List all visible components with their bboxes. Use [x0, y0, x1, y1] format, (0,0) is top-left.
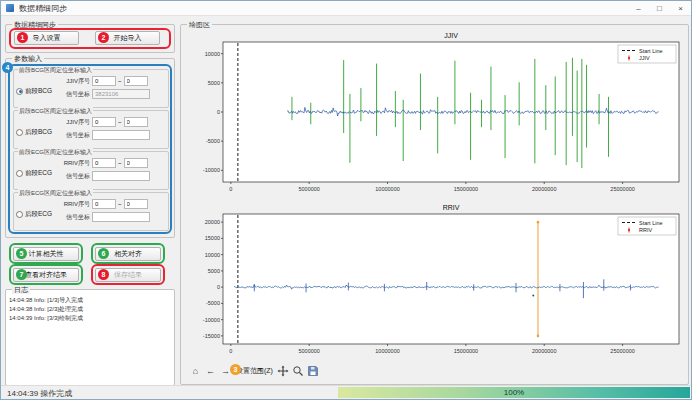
svg-text:0: 0 [217, 284, 220, 290]
svg-text:Start Line: Start Line [639, 220, 663, 226]
svg-text:Start Line: Start Line [639, 48, 663, 54]
seq-start-input[interactable] [92, 117, 116, 127]
progress-bar: 100% [338, 387, 690, 398]
app-icon [6, 4, 14, 12]
section-title: 前段BCG区间定位坐标输入 [18, 66, 93, 74]
annotation-badge-5: 5 [16, 248, 27, 259]
svg-text:-10000: -10000 [203, 317, 220, 323]
svg-text:25000000: 25000000 [610, 348, 634, 354]
plot-toolbar: ⌂ ← → 设置范围(Z) [189, 363, 320, 379]
section-title: 后段ECG区间定位坐标输入 [18, 189, 93, 197]
seq-start-input[interactable] [92, 158, 116, 168]
radio-label: 后段ECG [25, 210, 52, 219]
rriv-chart: RRIV-15000-10000-50000500010000150002000… [189, 201, 685, 359]
home-icon[interactable]: ⌂ [189, 364, 202, 378]
close-button[interactable]: × [670, 1, 691, 15]
section-front-bcg: 前段BCG区间定位坐标输入 前段BCG JJIV序号 ~ 信号坐标 [13, 69, 169, 108]
seq-end-input[interactable] [124, 199, 148, 209]
svg-text:JJIV: JJIV [444, 32, 458, 39]
jjiv-chart: JJIV-10000-50000500010000050000001000000… [189, 29, 685, 197]
annotation-badge-8: 8 [98, 269, 109, 280]
radio-icon[interactable] [16, 129, 23, 136]
range-separator: ~ [118, 160, 122, 166]
coord-input[interactable] [92, 130, 150, 140]
annotation-badge-3: 3 [230, 364, 241, 375]
svg-text:15000000: 15000000 [454, 186, 478, 192]
log-line: 14:04:38 Info: [2/3]处理完成 [9, 305, 171, 314]
svg-text:JJIV: JJIV [639, 55, 650, 61]
seq-label: RRIV序号 [60, 200, 90, 209]
range-separator: ~ [118, 78, 122, 84]
coord-input[interactable] [92, 171, 150, 181]
range-separator: ~ [118, 119, 122, 125]
svg-text:5000000: 5000000 [298, 186, 319, 192]
svg-text:0: 0 [229, 348, 232, 354]
status-bar: 14:04:39 操作完成 100% [1, 385, 691, 399]
seq-label: JJIV序号 [60, 77, 90, 86]
rear-ecg-radio[interactable]: 后段ECG [16, 199, 60, 229]
annotation-badge-2: 2 [98, 32, 109, 43]
import-group-title: 数据精细同步 [12, 20, 58, 29]
front-bcg-radio[interactable]: 前段BCG [16, 76, 60, 106]
svg-text:20000000: 20000000 [532, 348, 556, 354]
annotation-badge-4: 4 [2, 62, 13, 73]
svg-text:10000000: 10000000 [375, 186, 399, 192]
coord-label: 信号坐标 [60, 213, 90, 222]
annotation-badge-7: 7 [16, 269, 27, 280]
log-group-title: 日志 [12, 285, 30, 294]
svg-text:RRIV: RRIV [443, 204, 460, 211]
seq-start-input[interactable] [92, 76, 116, 86]
coord-label: 信号坐标 [60, 131, 90, 140]
svg-text:5000: 5000 [208, 268, 220, 274]
radio-label: 前段BCG [25, 87, 52, 96]
window-controls: – □ × [628, 1, 691, 15]
status-message: 14:04:39 操作完成 [7, 388, 72, 399]
svg-text:20000: 20000 [205, 219, 220, 225]
seq-label: RRIV序号 [60, 159, 90, 168]
log-line: 14:04:39 Info: [3/3]绘制完成 [9, 314, 171, 323]
section-front-ecg: 前段ECG区间定位坐标输入 前段ECG RRIV序号 ~ 信号坐标 [13, 151, 169, 190]
svg-text:-5000: -5000 [206, 138, 220, 144]
plot-group-title: 绘图区 [187, 20, 212, 29]
svg-text:15000: 15000 [205, 235, 220, 241]
radio-icon[interactable] [16, 88, 23, 95]
log-group: 日志 14:04:38 Info: [1/3]导入完成 14:04:38 Inf… [5, 289, 175, 386]
coord-label: 信号坐标 [60, 90, 90, 99]
annotation-badge-1: 1 [17, 32, 28, 43]
seq-start-input[interactable] [92, 199, 116, 209]
seq-end-input[interactable] [124, 158, 148, 168]
rear-bcg-radio[interactable]: 后段BCG [16, 117, 60, 147]
maximize-button[interactable]: □ [649, 1, 670, 15]
params-group-title: 参数输入 [12, 54, 44, 63]
svg-text:10000: 10000 [205, 51, 220, 57]
radio-icon[interactable] [16, 211, 23, 218]
seq-end-input[interactable] [124, 117, 148, 127]
section-rear-ecg: 后段ECG区间定位坐标输入 后段ECG RRIV序号 ~ 信号坐标 [13, 192, 169, 231]
coord-input[interactable] [92, 89, 150, 99]
radio-label: 前段ECG [25, 169, 52, 178]
minimize-button[interactable]: – [628, 1, 649, 15]
radio-icon[interactable] [16, 170, 23, 177]
svg-text:5000000: 5000000 [298, 348, 319, 354]
svg-text:-15000: -15000 [203, 333, 220, 339]
seq-end-input[interactable] [124, 76, 148, 86]
section-title: 后段BCG区间定位坐标输入 [18, 107, 93, 115]
coord-label: 信号坐标 [60, 172, 90, 181]
log-output[interactable]: 14:04:38 Info: [1/3]导入完成 14:04:38 Info: … [9, 296, 171, 383]
title-bar: 数据精细同步 – □ × [1, 1, 691, 16]
annotation-badge-6: 6 [98, 248, 109, 259]
svg-text:-5000: -5000 [206, 300, 220, 306]
svg-text:-10000: -10000 [203, 167, 220, 173]
front-ecg-radio[interactable]: 前段ECG [16, 158, 60, 188]
back-icon[interactable]: ← [204, 364, 217, 378]
zoom-icon[interactable] [292, 364, 305, 378]
seq-label: JJIV序号 [60, 118, 90, 127]
svg-text:15000000: 15000000 [454, 348, 478, 354]
svg-text:RRIV: RRIV [639, 227, 652, 233]
svg-text:10000000: 10000000 [375, 348, 399, 354]
radio-label: 后段BCG [25, 128, 52, 137]
pan-icon[interactable] [277, 364, 290, 378]
coord-input[interactable] [92, 212, 150, 222]
app-window: 数据精细同步 – □ × 数据精细同步 导入设置 开始导入 1 2 参数输入 4… [0, 0, 692, 400]
save-icon[interactable] [307, 364, 320, 378]
